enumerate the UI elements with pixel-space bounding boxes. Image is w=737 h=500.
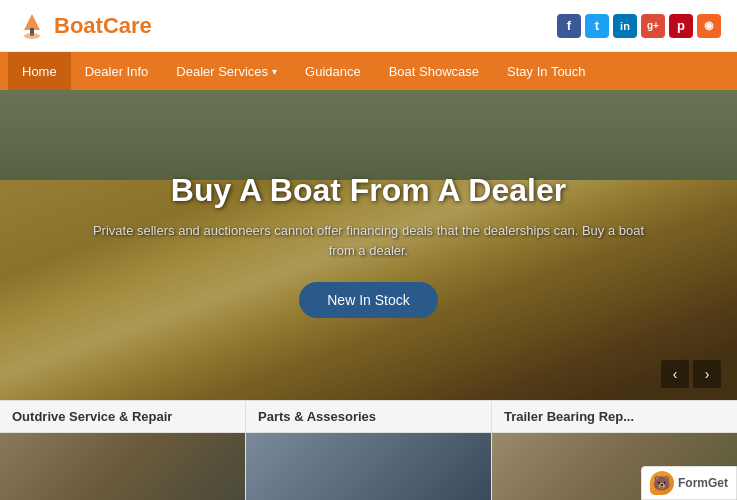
card-trailer-title: Trailer Bearing Rep... xyxy=(492,401,737,433)
formget-badge: 🐻 FormGet xyxy=(641,466,737,500)
svg-point-2 xyxy=(24,33,40,39)
card-trailer[interactable]: Trailer Bearing Rep... 🐻 FormGet xyxy=(492,401,737,500)
new-in-stock-button[interactable]: New In Stock xyxy=(299,282,437,318)
hero-content: Buy A Boat From A Dealer Private sellers… xyxy=(0,90,737,400)
nav-item-dealer-services[interactable]: Dealer Services▾ xyxy=(162,52,291,90)
twitter-icon[interactable]: t xyxy=(585,14,609,38)
svg-marker-0 xyxy=(24,14,40,30)
facebook-icon[interactable]: f xyxy=(557,14,581,38)
card-parts-title: Parts & Assesories xyxy=(246,401,491,433)
carousel-arrows: ‹ › xyxy=(661,360,721,388)
formget-label: FormGet xyxy=(678,476,728,490)
card-parts[interactable]: Parts & Assesories xyxy=(246,401,492,500)
card-outdrive-image xyxy=(0,433,245,500)
nav-item-guidance[interactable]: Guidance xyxy=(291,52,375,90)
pinterest-icon[interactable]: p xyxy=(669,14,693,38)
bottom-cards: Outdrive Service & Repair Parts & Asseso… xyxy=(0,400,737,500)
rss-icon[interactable]: ◉ xyxy=(697,14,721,38)
logo[interactable]: BoatCare xyxy=(16,10,152,42)
nav-item-stay-in-touch[interactable]: Stay In Touch xyxy=(493,52,600,90)
linkedin-icon[interactable]: in xyxy=(613,14,637,38)
card-outdrive-title: Outdrive Service & Repair xyxy=(0,401,245,433)
carousel-prev-button[interactable]: ‹ xyxy=(661,360,689,388)
hero-section: Buy A Boat From A Dealer Private sellers… xyxy=(0,90,737,400)
card-parts-image xyxy=(246,433,491,500)
google-plus-icon[interactable]: g+ xyxy=(641,14,665,38)
logo-text: BoatCare xyxy=(54,13,152,39)
logo-icon xyxy=(16,10,48,42)
card-outdrive[interactable]: Outdrive Service & Repair xyxy=(0,401,246,500)
nav-item-home[interactable]: Home xyxy=(8,52,71,90)
hero-subtitle: Private sellers and auctioneers cannot o… xyxy=(79,221,659,260)
site-header: BoatCare f t in g+ p ◉ xyxy=(0,0,737,52)
nav-item-dealer-info[interactable]: Dealer Info xyxy=(71,52,163,90)
hero-title: Buy A Boat From A Dealer xyxy=(171,172,566,209)
nav-item-boat-showcase[interactable]: Boat Showcase xyxy=(375,52,493,90)
main-nav: Home Dealer Info Dealer Services▾ Guidan… xyxy=(0,52,737,90)
carousel-next-button[interactable]: › xyxy=(693,360,721,388)
formget-icon: 🐻 xyxy=(650,471,674,495)
social-icons-group: f t in g+ p ◉ xyxy=(557,14,721,38)
dropdown-chevron: ▾ xyxy=(272,66,277,77)
